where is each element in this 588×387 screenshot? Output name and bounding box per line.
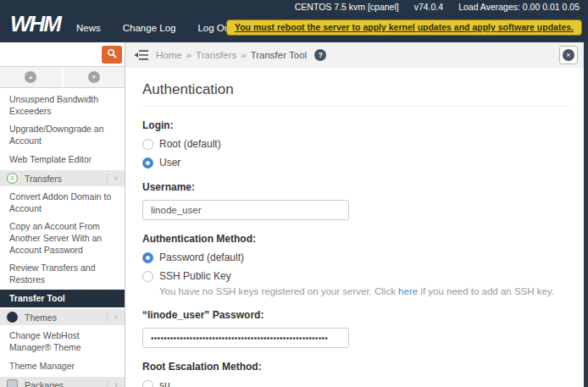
menu-item-change-log[interactable]: Change Log xyxy=(123,23,176,33)
search-button[interactable] xyxy=(102,46,122,64)
sidebar-item-review-transfers-and-restores[interactable]: Review Transfers and Restores xyxy=(0,259,125,289)
sidebar-section-themes[interactable]: Themes∨ xyxy=(0,309,125,325)
arrow-up-icon: ▲ xyxy=(25,71,36,83)
radio-label: Root (default) xyxy=(159,138,221,150)
top-navbar: CENTOS 7.5 kvm [cpanel] v74.0.4 Load Ave… xyxy=(0,0,588,42)
transfers-icon: ≡ xyxy=(7,173,18,184)
escalation-method-label: Root Escalation Method: xyxy=(142,361,569,373)
themes-icon xyxy=(7,312,18,323)
sidebar-pager: ▲ ▼ xyxy=(0,67,125,88)
breadcrumb: Home » Transfers » Transfer Tool xyxy=(156,50,307,60)
breadcrumb-separator: » xyxy=(241,50,246,60)
collapse-sidebar-icon[interactable] xyxy=(134,50,148,60)
authentication-heading: Authentication xyxy=(142,81,569,107)
auth-method-label: Authentication Method: xyxy=(142,233,569,245)
close-button[interactable]: × xyxy=(559,46,578,64)
username-label: Username: xyxy=(142,181,569,193)
escalation-radio-group: susudo xyxy=(142,379,569,387)
radio-option-user[interactable]: User xyxy=(142,157,569,169)
close-icon: × xyxy=(563,49,574,61)
search-icon xyxy=(107,47,117,62)
username-input[interactable] xyxy=(142,200,349,220)
radio-unselected-icon[interactable] xyxy=(142,139,153,150)
breadcrumb-home[interactable]: Home xyxy=(156,50,182,60)
sidebar-search-bar xyxy=(0,42,125,67)
login-radio-group: Root (default)User xyxy=(142,138,569,169)
packages-icon xyxy=(7,379,18,387)
sidebar-item-upgrade-downgrade-an-account[interactable]: Upgrade/Downgrade an Account xyxy=(0,120,125,150)
status-load-averages: Load Averages: 0.00 0.01 0.05 xyxy=(458,2,580,12)
add-ssh-key-link[interactable]: here xyxy=(398,286,418,296)
sidebar-item-transfer-tool[interactable]: Transfer Tool xyxy=(0,290,125,308)
status-os: CENTOS 7.5 kvm [cpanel] xyxy=(295,2,399,12)
sidebar-item-copy-an-account-from-another-server-with-an-account-password[interactable]: Copy an Account From Another Server With… xyxy=(0,218,125,259)
ssh-key-note: You have no SSH keys registered on your … xyxy=(159,286,569,296)
whm-app: CENTOS 7.5 kvm [cpanel] v74.0.4 Load Ave… xyxy=(0,0,588,387)
vertical-scrollbar[interactable] xyxy=(584,42,588,387)
sidebar-nav: Unsuspend Bandwidth ExceedersUpgrade/Dow… xyxy=(0,88,125,387)
radio-selected-icon[interactable] xyxy=(142,158,153,169)
breadcrumb-separator: » xyxy=(186,50,191,60)
sidebar: ▲ ▼ Unsuspend Bandwidth ExceedersUpgrade… xyxy=(0,42,125,387)
password-label: “linode_user” Password: xyxy=(142,309,569,321)
radio-label: su xyxy=(159,379,170,387)
sidebar-section-label: Transfers xyxy=(25,174,107,184)
sidebar-section-label: Themes xyxy=(25,312,107,323)
breadcrumb-transfer-tool: Transfer Tool xyxy=(251,50,307,60)
sidebar-section-packages[interactable]: Packages∨ xyxy=(0,377,125,387)
radio-label: User xyxy=(159,157,180,169)
menu-item-news[interactable]: News xyxy=(76,23,101,33)
breadcrumb-transfers[interactable]: Transfers xyxy=(196,50,236,60)
sidebar-item-change-webhost-manager-theme[interactable]: Change WebHost Manager® Theme xyxy=(0,327,125,357)
password-input[interactable] xyxy=(142,328,349,348)
radio-label: Password (default) xyxy=(159,252,244,263)
auth-method-radio-group: Password (default)SSH Public Key xyxy=(142,252,569,282)
radio-option-su[interactable]: su xyxy=(142,379,569,387)
sidebar-section-transfers[interactable]: ≡Transfers∨ xyxy=(0,170,125,186)
chevron-down-icon[interactable]: ∨ xyxy=(107,312,125,322)
scroll-down-button[interactable]: ▼ xyxy=(62,67,125,87)
radio-label: SSH Public Key xyxy=(159,270,231,282)
sidebar-section-label: Packages xyxy=(25,380,107,387)
search-input[interactable] xyxy=(5,44,102,64)
reboot-warning-banner[interactable]: You must reboot the server to apply kern… xyxy=(226,19,582,36)
radio-unselected-icon[interactable] xyxy=(142,380,153,387)
radio-option-root-default[interactable]: Root (default) xyxy=(142,138,569,150)
radio-unselected-icon[interactable] xyxy=(142,271,153,282)
sidebar-item-web-template-editor[interactable]: Web Template Editor xyxy=(0,151,125,169)
login-label: Login: xyxy=(142,119,569,131)
sidebar-item-convert-addon-domain-to-account[interactable]: Convert Addon Domain to Account xyxy=(0,188,125,218)
scroll-up-button[interactable]: ▲ xyxy=(0,67,62,87)
arrow-down-icon: ▼ xyxy=(88,71,100,83)
server-status: CENTOS 7.5 kvm [cpanel] v74.0.4 Load Ave… xyxy=(295,2,580,12)
breadcrumb-bar: Home » Transfers » Transfer Tool ? × xyxy=(125,42,588,68)
chevron-down-icon[interactable]: ∨ xyxy=(107,380,125,387)
sidebar-item-unsuspend-bandwidth-exceeders[interactable]: Unsuspend Bandwidth Exceeders xyxy=(0,91,125,120)
help-icon[interactable]: ? xyxy=(314,49,326,61)
radio-option-password-default[interactable]: Password (default) xyxy=(142,252,569,263)
whm-logo[interactable]: WHM xyxy=(10,11,60,37)
sidebar-item-theme-manager[interactable]: Theme Manager xyxy=(0,357,125,376)
transfer-tool-form: Authentication Login: Root (default)User… xyxy=(125,68,588,387)
radio-selected-icon[interactable] xyxy=(142,252,153,263)
status-version: v74.0.4 xyxy=(414,2,443,12)
radio-option-ssh-public-key[interactable]: SSH Public Key xyxy=(142,270,569,282)
chevron-down-icon[interactable]: ∨ xyxy=(107,174,125,183)
main-panel: Home » Transfers » Transfer Tool ? × Aut… xyxy=(125,42,588,387)
